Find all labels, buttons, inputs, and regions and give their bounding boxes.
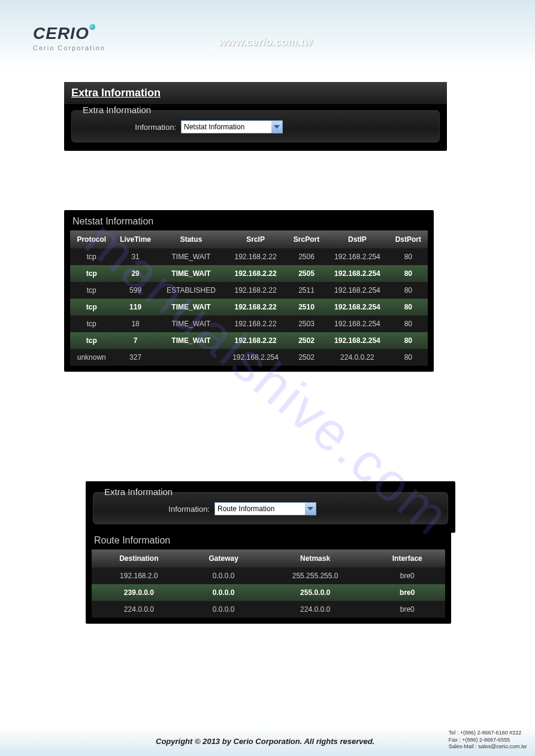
table-cell: 80 [389,332,428,349]
table-cell: 2506 [287,248,326,265]
route-header-row: Destination Gateway Netmask Interface [92,549,445,567]
table-cell: tcp [70,248,113,265]
table-cell: unknown [70,349,113,366]
table-row: tcp31TIME_WAIT192.168.2.222506192.168.2.… [70,248,428,265]
table-cell: TIME_WAIT [158,332,225,349]
table-cell: 80 [389,315,428,332]
table-cell: 80 [389,282,428,299]
select-value-2: Route Information [217,505,274,513]
table-cell: 29 [113,265,158,282]
information-select[interactable]: Netstat Information [181,120,283,133]
col-dstport: DstPort [389,230,428,248]
table-row: tcp599ESTABLISHED192.168.2.222511192.168… [70,282,428,299]
col-srcport: SrcPort [287,230,326,248]
chevron-down-icon [271,121,282,133]
extra-info-fieldset-2: Extra Information Information: Route Inf… [93,492,448,524]
table-row: tcp29TIME_WAIT192.168.2.222505192.168.2.… [70,265,428,282]
col-interface: Interface [370,549,445,567]
contact-fax: Fax : +(886) 2-8667-6555 [449,737,527,744]
table-cell: 327 [113,349,158,366]
panel-title: Extra Information [64,82,447,104]
chevron-down-icon [305,503,316,515]
table-row: 239.0.0.00.0.0.0255.0.0.0bre0 [92,584,445,601]
col-dstip: DstIP [326,230,389,248]
table-cell: TIME_WAIT [158,265,225,282]
table-cell: bre0 [370,567,445,584]
logo-dot-icon [89,24,95,30]
col-protocol: Protocol [70,230,113,248]
table-cell: 192.168.2.254 [326,282,389,299]
table-cell: bre0 [370,584,445,601]
col-status: Status [158,230,225,248]
table-cell: 239.0.0.0 [92,584,186,601]
table-cell: 192.168.2.254 [326,315,389,332]
table-cell: 224.0.0.0 [261,601,370,618]
table-row: 224.0.0.00.0.0.0224.0.0.0bre0 [92,601,445,618]
table-cell: 224.0.0.22 [326,349,389,366]
netstat-title: Netstat Information [64,210,434,230]
information-row-2: Information: Route Information [102,502,439,515]
table-cell: 192.168.2.22 [224,282,287,299]
table-cell: ESTABLISHED [158,282,225,299]
copyright-text: Copyright © 2013 by Cerio Corporation. A… [156,737,374,746]
select-value: Netstat Information [184,123,244,131]
table-row: tcp119TIME_WAIT192.168.2.222510192.168.2… [70,299,428,315]
table-cell: 0.0.0.0 [186,567,261,584]
table-cell: 2505 [287,265,326,282]
table-cell: tcp [70,332,113,349]
table-cell: 192.168.2.22 [224,265,287,282]
extra-info-panel-1: Extra Information Extra Information Info… [64,82,447,151]
table-cell: 7 [113,332,158,349]
table-cell: 599 [113,282,158,299]
fieldset-legend: Extra Information [80,105,153,115]
information-row: Information: Netstat Information [80,120,431,133]
brand-subtext: Cerio Corporation [33,44,105,51]
table-cell: 192.168.2.22 [224,299,287,315]
table-cell: tcp [70,299,113,315]
table-cell: 192.168.2.22 [224,332,287,349]
table-cell: 255.255.255.0 [261,567,370,584]
table-cell: 80 [389,265,428,282]
table-cell: 192.168.2.254 [224,349,287,366]
table-cell: 2511 [287,282,326,299]
table-row: tcp7TIME_WAIT192.168.2.222502192.168.2.2… [70,332,428,349]
netstat-panel: Netstat Information Protocol LiveTime St… [64,210,434,372]
table-cell: 192.168.2.22 [224,315,287,332]
table-cell: 2502 [287,349,326,366]
information-label: Information: [80,123,176,132]
table-cell: 192.168.2.254 [326,332,389,349]
route-panel: Route Information Destination Gateway Ne… [86,529,451,624]
table-cell: 192.168.2.254 [326,265,389,282]
table-cell: tcp [70,315,113,332]
table-cell: 18 [113,315,158,332]
table-cell: 0.0.0.0 [186,601,261,618]
table-cell: TIME_WAIT [158,248,225,265]
contact-block: Tel : +(886) 2-8667-6160 #222 Fax : +(88… [449,730,527,751]
col-srcip: SrcIP [224,230,287,248]
table-cell: 2510 [287,299,326,315]
brand-text: CERIO [33,24,89,42]
netstat-header-row: Protocol LiveTime Status SrcIP SrcPort D… [70,230,428,248]
table-cell: 255.0.0.0 [261,584,370,601]
table-cell: 80 [389,248,428,265]
table-cell: TIME_WAIT [158,299,225,315]
table-cell [158,349,225,366]
header-url: www.cerio.com.tw [219,36,312,48]
table-cell: TIME_WAIT [158,315,225,332]
table-cell: 0.0.0.0 [186,584,261,601]
netstat-table: Protocol LiveTime Status SrcIP SrcPort D… [70,230,428,366]
information-label-2: Information: [102,505,210,514]
table-row: tcp18TIME_WAIT192.168.2.222503192.168.2.… [70,315,428,332]
table-cell: 80 [389,299,428,315]
table-cell: 119 [113,299,158,315]
table-row: unknown327192.168.2.2542502224.0.0.2280 [70,349,428,366]
extra-info-panel-2: Extra Information Information: Route Inf… [86,481,455,533]
table-cell: 192.168.2.0 [92,567,186,584]
col-livetime: LiveTime [113,230,158,248]
col-netmask: Netmask [261,549,370,567]
information-select-2[interactable]: Route Information [214,502,316,515]
footer: Copyright © 2013 by Cerio Corporation. A… [0,726,535,756]
table-cell: 31 [113,248,158,265]
table-cell: 192.168.2.254 [326,299,389,315]
table-cell: bre0 [370,601,445,618]
